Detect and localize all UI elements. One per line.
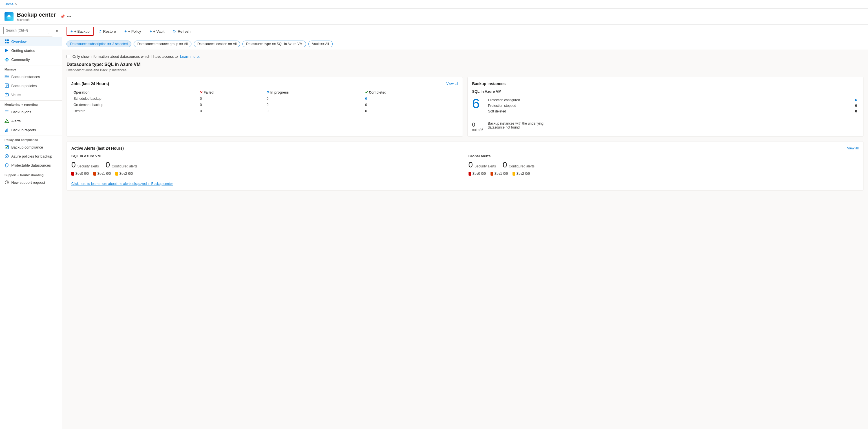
jobs-col-failed-label: Failed xyxy=(204,90,214,94)
search-input[interactable] xyxy=(3,27,49,34)
sidebar-item-backup-compliance[interactable]: Backup compliance xyxy=(0,143,62,152)
svg-rect-28 xyxy=(6,129,7,132)
sidebar-item-backup-jobs[interactable]: Backup jobs xyxy=(0,108,62,116)
job-inprog: 0 xyxy=(265,108,363,114)
refresh-button[interactable]: ⟳ Refresh xyxy=(169,27,194,35)
alerts-sql-title: SQL in Azure VM xyxy=(71,154,462,158)
global-configured-count: 0 xyxy=(503,160,507,170)
pin-icon[interactable]: 📌 xyxy=(60,14,65,19)
protection-configured-label: Protection configured xyxy=(487,97,817,102)
sql-sev0-dot xyxy=(71,172,74,176)
sidebar-item-overview[interactable]: Overview xyxy=(0,37,62,46)
access-label: Only show information about datasources … xyxy=(72,54,178,59)
sidebar-item-backup-policies-label: Backup policies xyxy=(11,84,37,88)
global-security-label: Security alerts xyxy=(474,164,496,168)
jobs-card-header: Jobs (last 24 Hours) View all xyxy=(71,82,458,86)
sql-sev1-dot xyxy=(93,172,96,176)
sidebar-item-backup-compliance-label: Backup compliance xyxy=(11,145,43,149)
cards-row-top: Jobs (last 24 Hours) View all Operation … xyxy=(66,77,864,137)
svg-point-20 xyxy=(6,94,7,95)
vault-button[interactable]: + + Vault xyxy=(146,27,168,35)
alerts-view-all-link[interactable]: View all xyxy=(847,146,859,150)
access-checkbox[interactable] xyxy=(66,55,70,58)
filter-vault[interactable]: Vault == All xyxy=(308,40,333,48)
job-completed[interactable]: 6 xyxy=(363,96,458,102)
sidebar-item-backup-jobs-label: Backup jobs xyxy=(11,110,31,114)
backup-button[interactable]: + + Backup xyxy=(66,27,94,36)
backup-instances-card-header: Backup instances xyxy=(472,82,859,86)
breadcrumb-separator: > xyxy=(15,2,17,6)
svg-rect-3 xyxy=(7,39,9,41)
alerts-global-counts: 0 Security alerts 0 Configured alerts xyxy=(468,160,859,170)
filter-subscription[interactable]: Datasource subscription == 3 selected xyxy=(66,40,131,48)
svg-text:?: ? xyxy=(6,181,8,184)
top-bar: Home > xyxy=(0,0,868,9)
policy-button[interactable]: + + Policy xyxy=(121,27,145,35)
getting-started-icon xyxy=(4,48,9,53)
backup-button-label: + Backup xyxy=(74,29,90,34)
sidebar-item-vaults-label: Vaults xyxy=(11,93,21,97)
jobs-col-failed: ✕ Failed xyxy=(197,89,264,96)
jobs-card-title: Jobs (last 24 Hours) xyxy=(71,82,109,86)
sidebar-item-new-support[interactable]: ? New support request xyxy=(0,178,62,187)
alerts-footer-link[interactable]: Click here to learn more about the alert… xyxy=(71,182,173,186)
more-icon[interactable]: ••• xyxy=(67,14,71,19)
global-configured-label: Configured alerts xyxy=(509,164,534,168)
sidebar-item-community[interactable]: Community xyxy=(0,55,62,64)
backup-reports-icon xyxy=(4,128,9,132)
alerts-sections: SQL in Azure VM 0 Security alerts 0 Conf… xyxy=(71,154,859,176)
sidebar-item-azure-policies[interactable]: Azure policies for backup xyxy=(0,152,62,161)
filter-resource-group[interactable]: Datasource resource group == All xyxy=(134,40,191,48)
svg-point-26 xyxy=(6,122,7,122)
svg-rect-4 xyxy=(5,42,6,43)
sidebar-item-backup-policies[interactable]: Backup policies xyxy=(0,81,62,90)
restore-button[interactable]: ↺ Restore xyxy=(95,27,120,35)
sidebar-item-backup-instances[interactable]: Backup instances xyxy=(0,72,62,81)
svg-point-9 xyxy=(8,59,9,61)
protection-configured-value[interactable]: 6 xyxy=(818,97,858,102)
vault-button-label: + Vault xyxy=(153,29,165,34)
refresh-icon: ⟳ xyxy=(173,29,176,34)
sql-security-count-block: 0 Security alerts xyxy=(71,160,99,170)
svg-rect-2 xyxy=(5,39,6,41)
global-sev1: Sev1 0/0 xyxy=(491,172,508,176)
breadcrumb: Home > xyxy=(4,2,17,6)
sidebar-item-vaults[interactable]: Vaults xyxy=(0,90,62,99)
table-row: On-demand backup 0 0 0 xyxy=(71,102,458,108)
learn-more-link[interactable]: Learn more. xyxy=(180,54,200,59)
svg-point-14 xyxy=(6,75,7,76)
sql-sev1-label: Sev1 xyxy=(97,172,105,176)
backup-plus-icon: + xyxy=(70,29,73,34)
global-sev2-dot xyxy=(513,172,515,176)
sql-sev1-value: 0/0 xyxy=(106,172,111,176)
alerts-footer: Click here to learn more about the alert… xyxy=(71,179,859,186)
protection-stopped-value: 0 xyxy=(818,103,858,108)
table-row: Restore 0 0 0 xyxy=(71,108,458,114)
global-sev0-value: 0/0 xyxy=(481,172,486,176)
sidebar-section-monitoring: Monitoring + reporting xyxy=(0,100,62,108)
sql-configured-label: Configured alerts xyxy=(112,164,137,168)
section-subtitle: Overview of Jobs and Backup instances xyxy=(66,68,864,72)
sidebar-collapse-button[interactable]: « xyxy=(53,28,62,33)
alerts-sql-section: SQL in Azure VM 0 Security alerts 0 Conf… xyxy=(71,154,462,176)
sql-sev0-label: Sev0 xyxy=(75,172,83,176)
filter-datasource-type[interactable]: Datasource type == SQL in Azure VM xyxy=(243,40,306,48)
table-row: Scheduled backup 0 0 6 xyxy=(71,96,458,102)
job-inprog: 0 xyxy=(265,96,363,102)
jobs-view-all-link[interactable]: View all xyxy=(446,82,458,86)
bi-bottom-number-block: 0 out of 6 xyxy=(472,121,484,132)
sidebar-item-alerts[interactable]: Alerts xyxy=(0,116,62,125)
backup-instances-number: 6 xyxy=(472,97,480,115)
vault-plus-icon: + xyxy=(149,29,152,34)
filter-location[interactable]: Datasource location == All xyxy=(194,40,240,48)
completed-status-icon: ✔ xyxy=(365,90,368,94)
sidebar-item-backup-reports[interactable]: Backup reports xyxy=(0,125,62,134)
global-security-count-block: 0 Security alerts xyxy=(468,160,496,170)
backup-instances-card-title: Backup instances xyxy=(472,82,506,86)
sidebar-item-getting-started[interactable]: Getting started xyxy=(0,46,62,55)
breadcrumb-home[interactable]: Home xyxy=(4,2,13,6)
svg-point-10 xyxy=(6,60,8,61)
alerts-sql-counts: 0 Security alerts 0 Configured alerts xyxy=(71,160,462,170)
sidebar-item-protectable[interactable]: Protectable datasources xyxy=(0,161,62,170)
global-sev1-label: Sev1 xyxy=(494,172,502,176)
